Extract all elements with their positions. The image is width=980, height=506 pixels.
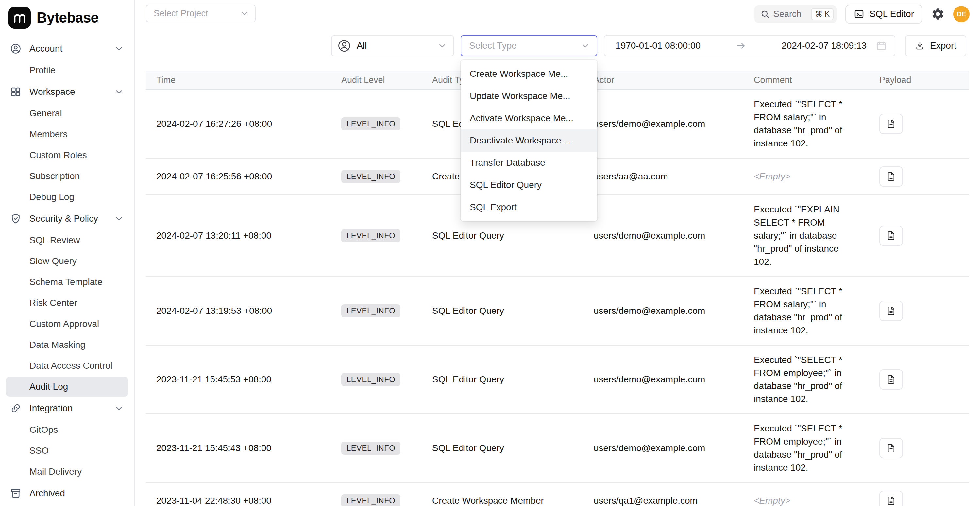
cell-audit-type: Create Workspace Member [422,482,583,506]
user-circle-icon [337,38,352,53]
cell-actor: users/demo@example.com [583,414,743,482]
sidebar-item-subscription[interactable]: Subscription [6,166,128,186]
payload-button[interactable] [879,166,903,187]
actor-filter-select[interactable]: All [331,35,454,56]
cell-actor: users/demo@example.com [583,195,743,277]
type-select[interactable]: Select Type [461,35,597,56]
type-option-update-workspace-me[interactable]: Update Workspace Me... [461,85,597,107]
payload-button[interactable] [879,438,903,458]
type-filter-wrap: Select Type Create Workspace Me... Updat… [461,35,597,56]
cell-payload [869,414,969,482]
sidebar-item-data-masking[interactable]: Data Masking [6,335,128,355]
sidebar-item-mail-delivery[interactable]: Mail Delivery [6,461,128,482]
sidebar-section-security-policy[interactable]: Security & Policy [0,208,134,229]
type-option-activate-workspace-me[interactable]: Activate Workspace Me... [461,107,597,129]
chevron-down-icon [115,87,124,97]
sidebar-item-gitops[interactable]: GitOps [6,420,128,440]
chevron-down-icon [438,41,447,50]
type-option-create-workspace-me[interactable]: Create Workspace Me... [461,63,597,85]
cell-payload [869,89,969,158]
search-input[interactable]: Search ⌘ K [754,5,837,23]
cell-time: 2024-02-07 13:20:11 +08:00 [146,195,331,277]
payload-button[interactable] [879,369,903,390]
file-icon [886,171,896,182]
sql-editor-button[interactable]: SQL Editor [845,5,923,24]
sidebar-section-account[interactable]: Account [0,38,134,59]
cell-time: 2023-11-21 15:45:53 +08:00 [146,345,331,414]
sidebar-item-sso[interactable]: SSO [6,441,128,461]
sidebar-item-debug-log[interactable]: Debug Log [6,187,128,207]
sql-editor-label: SQL Editor [870,9,914,19]
sidebar-item-members[interactable]: Members [6,124,128,145]
calendar-icon [876,40,887,51]
table-row: 2023-11-04 22:48:30 +08:00 LEVEL_INFO Cr… [146,482,969,506]
sidebar-item-audit-log[interactable]: Audit Log [6,377,128,397]
type-option-transfer-database[interactable]: Transfer Database [461,152,597,174]
sidebar-item-schema-template[interactable]: Schema Template [6,272,128,292]
table-row: 2023-11-21 15:45:43 +08:00 LEVEL_INFO SQ… [146,414,969,482]
payload-button[interactable] [879,301,903,321]
download-icon [915,41,925,51]
actor-filter-value: All [356,41,367,51]
column-header-comment: Comment [743,71,869,89]
audit-level-badge: LEVEL_INFO [341,304,401,317]
file-icon [886,231,896,241]
cell-comment: Executed `"SELECT * FROM salary;"` in da… [743,277,869,345]
cell-audit-level: LEVEL_INFO [331,345,422,414]
type-dropdown-menu: Create Workspace Me... Update Workspace … [461,60,597,221]
link-icon [10,403,22,414]
end-datetime: 2024-02-07 18:09:13 [781,41,867,51]
file-icon [886,306,896,316]
sidebar-item-slow-query[interactable]: Slow Query [6,251,128,271]
cell-comment: Executed `"SELECT * FROM salary;"` in da… [743,89,869,158]
sidebar-section-archived[interactable]: Archived [0,482,134,504]
sidebar-item-risk-center[interactable]: Risk Center [6,293,128,313]
cell-time: 2023-11-04 22:48:30 +08:00 [146,482,331,506]
project-select-placeholder: Select Project [154,8,208,19]
cell-payload [869,277,969,345]
export-button[interactable]: Export [905,35,966,56]
brand-logo[interactable]: Bytebase [0,0,134,33]
payload-button[interactable] [879,226,903,246]
cell-time: 2024-02-07 16:27:26 +08:00 [146,89,331,158]
date-range-picker[interactable]: 1970-01-01 08:00:00 2024-02-07 18:09:13 [604,35,895,56]
chevron-down-icon [581,41,590,50]
cell-actor: users/demo@example.com [583,345,743,414]
sidebar-item-profile[interactable]: Profile [6,60,128,80]
chevron-down-icon [115,214,124,224]
cell-audit-type: SQL Editor Query [422,277,583,345]
audit-level-badge: LEVEL_INFO [341,117,401,130]
terminal-icon [854,9,864,19]
search-icon [760,10,770,19]
type-option-deactivate-workspace[interactable]: Deactivate Workspace ... [461,129,597,152]
gear-icon[interactable] [931,7,945,21]
sidebar-item-data-access-control[interactable]: Data Access Control [6,356,128,376]
cell-payload [869,158,969,195]
column-header-time: Time [146,71,331,89]
cell-actor: users/aa@aa.com [583,158,743,195]
workspace-grid-icon [10,86,22,98]
sidebar-section-workspace[interactable]: Workspace [0,81,134,103]
cell-audit-level: LEVEL_INFO [331,89,422,158]
cell-time: 2024-02-07 16:25:56 +08:00 [146,158,331,195]
file-icon [886,374,896,385]
chevron-down-icon [115,403,124,413]
sidebar-item-custom-approval[interactable]: Custom Approval [6,314,128,334]
cell-actor: users/demo@example.com [583,89,743,158]
payload-button[interactable] [879,491,903,506]
type-option-sql-export[interactable]: SQL Export [461,196,597,218]
sidebar-item-sql-review[interactable]: SQL Review [6,230,128,250]
brand-name: Bytebase [37,10,99,26]
sidebar: Bytebase Account Profile Workspace Gener… [0,0,135,506]
app-window: Bytebase Account Profile Workspace Gener… [0,0,980,506]
sidebar-item-general[interactable]: General [6,103,128,124]
user-circle-icon [10,43,22,54]
column-header-actor: Actor [583,71,743,89]
type-option-sql-editor-query[interactable]: SQL Editor Query [461,174,597,196]
avatar[interactable]: DE [953,6,970,22]
payload-button[interactable] [879,114,903,134]
project-select[interactable]: Select Project [146,5,256,22]
sidebar-item-custom-roles[interactable]: Custom Roles [6,145,128,165]
sidebar-section-integration[interactable]: Integration [0,398,134,419]
cell-comment: Executed `"SELECT * FROM employee;"` in … [743,414,869,482]
